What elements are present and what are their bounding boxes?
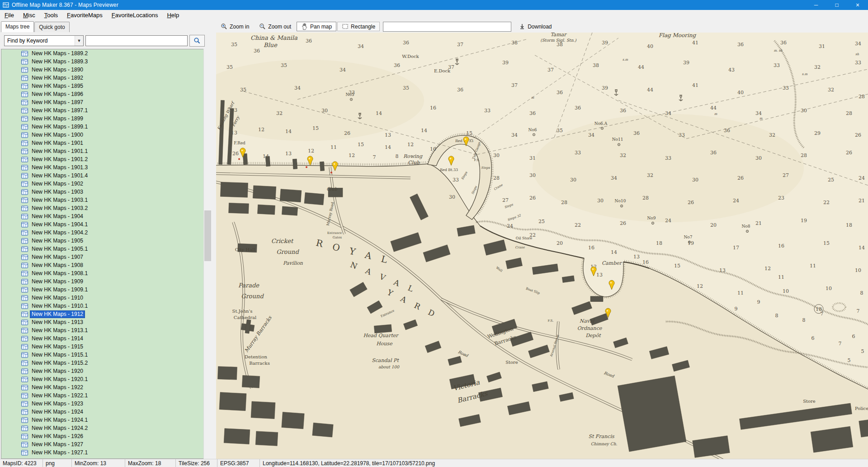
scrollbar-thumb[interactable] [204, 210, 211, 261]
tree-item-label: New HK Maps - 1901.4 [30, 172, 89, 179]
minimize-button[interactable]: ─ [806, 0, 826, 10]
download-button[interactable]: Download [514, 22, 556, 31]
map-icon [21, 328, 28, 334]
zoom-in-button[interactable]: Zoom in [216, 22, 254, 31]
tree-item[interactable]: New HK Maps - 1904 [1, 212, 203, 220]
tree-item[interactable]: New HK Maps - 1924 [1, 408, 203, 416]
map-label: Scandal Pt [372, 357, 399, 363]
building [374, 324, 392, 333]
tree-item[interactable]: New HK Maps - 1924.1 [1, 416, 203, 424]
depth-number: 39 [602, 85, 608, 91]
tree-item[interactable]: New HK Maps - 1915.2 [1, 359, 203, 367]
tree-item[interactable]: New HK Maps - 1901.1 [1, 147, 203, 155]
buoy-dot [602, 128, 603, 129]
tree-item[interactable]: New HK Maps - 1903.1 [1, 196, 203, 204]
menu-help[interactable]: Help [162, 11, 184, 20]
tree-item[interactable]: New HK Maps - 1895 [1, 82, 203, 90]
tree-item[interactable]: New HK Maps - 1926 [1, 432, 203, 440]
tree-item[interactable]: New HK Maps - 1900 [1, 131, 203, 139]
tree-item[interactable]: New HK Maps - 1901 [1, 139, 203, 147]
tree-item[interactable]: New HK Maps - 1905 [1, 237, 203, 245]
zoom-out-button[interactable]: Zoom out [255, 22, 296, 31]
pan-map-button[interactable]: Pan map [297, 22, 336, 31]
tree-item[interactable]: New HK Maps - 1922.1 [1, 391, 203, 400]
tree-item[interactable]: New HK Maps - 1922 [1, 383, 203, 391]
tree-item[interactable]: New HK Maps - 1927.1 [1, 448, 203, 457]
pushpin-highlight [241, 150, 243, 152]
depth-number: 15 [312, 125, 319, 131]
tree-item[interactable]: New HK Maps - 1915 [1, 343, 203, 351]
tree-item[interactable]: New HK Maps - 1904.2 [1, 229, 203, 237]
toolbar-input[interactable] [383, 22, 511, 32]
close-button[interactable]: × [847, 0, 868, 10]
tree-item-label: New HK Maps - 1923 [30, 400, 85, 407]
tree-item[interactable]: New HK Maps - 1899 [1, 114, 203, 123]
tree-item[interactable]: New HK Maps - 1913.1 [1, 326, 203, 334]
map-label: m [531, 96, 534, 100]
tree-item[interactable]: New HK Maps - 1908.1 [1, 269, 203, 277]
tree-item[interactable]: New HK Maps - 1897 [1, 98, 203, 106]
tree-item[interactable]: New HK Maps - 1912 [1, 310, 203, 318]
tree-item[interactable]: New HK Maps - 1903 [1, 188, 203, 196]
tree-item[interactable]: New HK Maps - 1901.3 [1, 163, 203, 172]
tree-item[interactable]: New HK Maps - 1901.4 [1, 172, 203, 180]
tree-item[interactable]: New HK Maps - 1896 [1, 90, 203, 98]
map-label: F.S. [474, 158, 480, 162]
depth-number: 36 [394, 62, 400, 68]
depth-number: 20 [557, 240, 563, 246]
depth-number: 33 [783, 85, 789, 91]
tree-item[interactable]: New HK Maps - 1890 [1, 66, 203, 74]
search-button[interactable] [189, 35, 205, 47]
tree-item[interactable]: New HK Maps - 1927 [1, 440, 203, 448]
depth-number: 15 [358, 142, 364, 148]
tree-item[interactable]: New HK Maps - 1914 [1, 334, 203, 343]
depth-number: 41 [692, 40, 698, 46]
search-input[interactable] [85, 35, 188, 46]
menu-file[interactable]: File [0, 11, 19, 20]
menu-favoritemaps[interactable]: FavoriteMaps [62, 11, 107, 20]
tree-item[interactable]: New HK Maps - 1910.1 [1, 302, 203, 310]
tree-item[interactable]: New HK Maps - 1892 [1, 74, 203, 82]
tree-item[interactable]: New HK Maps - 1889.3 [1, 57, 203, 66]
menu-favoritelocations[interactable]: FavoriteLocations [107, 11, 163, 20]
tree-item[interactable]: New HK Maps - 1904.1 [1, 220, 203, 229]
tree-item[interactable]: New HK Maps - 1905.1 [1, 245, 203, 253]
tree-item[interactable]: New HK Maps - 1899.1 [1, 123, 203, 131]
tree-item[interactable]: New HK Maps - 1901.2 [1, 155, 203, 163]
find-mode-dropdown[interactable]: Find by Keyword ▼ [4, 35, 84, 46]
map-label: Head Quarter [363, 333, 399, 338]
tree-item[interactable]: New HK Maps - 1902 [1, 180, 203, 188]
tree-item[interactable]: New HK Maps - 1907 [1, 253, 203, 261]
depth-number: 32 [620, 152, 626, 158]
tree-item-label: New HK Maps - 1915.2 [30, 360, 89, 367]
tree-item[interactable]: New HK Maps - 1915.1 [1, 351, 203, 359]
tree-item[interactable]: New HK Maps - 1920.1 [1, 375, 203, 383]
rectangle-button[interactable]: Rectangle [337, 22, 380, 31]
tree-item-label: New HK Maps - 1889.3 [30, 58, 89, 65]
tree-item-label: New HK Maps - 1899 [30, 115, 85, 122]
tree-item[interactable]: New HK Maps - 1889.2 [1, 49, 203, 57]
tree-item[interactable]: New HK Maps - 1897.1 [1, 106, 203, 114]
depth-number: 35 [557, 128, 563, 133]
tab-maps-tree[interactable]: Maps tree [1, 21, 34, 32]
maximize-button[interactable]: □ [826, 0, 847, 10]
tree-scrollbar[interactable] [203, 49, 212, 459]
chevron-down-icon[interactable]: ▼ [75, 36, 83, 46]
tab-quick-goto[interactable]: Quick goto [34, 22, 69, 32]
tree-item[interactable]: New HK Maps - 1909.1 [1, 286, 203, 294]
depth-number: 34 [294, 85, 301, 91]
tree-item[interactable]: New HK Maps - 1924.2 [1, 424, 203, 432]
building [282, 206, 297, 215]
tree-item[interactable]: New HK Maps - 1920 [1, 367, 203, 375]
tree-item[interactable]: New HK Maps - 1903.2 [1, 204, 203, 212]
depth-number: 15 [466, 130, 472, 136]
tree-item[interactable]: New HK Maps - 1909 [1, 277, 203, 286]
tree-item[interactable]: New HK Maps - 1908 [1, 261, 203, 269]
tree-item[interactable]: New HK Maps - 1913 [1, 318, 203, 326]
tree-item[interactable]: New HK Maps - 1923 [1, 400, 203, 408]
map-canvas[interactable]: 3536363436373838394041363631343535343637… [216, 33, 868, 459]
map-label: St Francis [588, 434, 615, 439]
menu-misc[interactable]: Misc [19, 11, 40, 20]
tree-item[interactable]: New HK Maps - 1910 [1, 294, 203, 302]
menu-tools[interactable]: Tools [40, 11, 62, 20]
